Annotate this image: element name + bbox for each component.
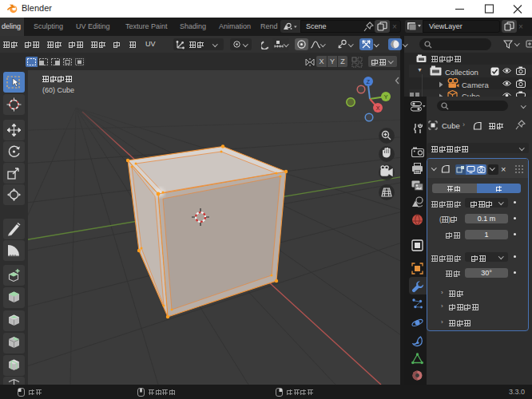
svg-text:Z: Z [367, 79, 371, 85]
svg-text:X: X [376, 105, 380, 111]
svg-text:Y: Y [384, 94, 388, 100]
